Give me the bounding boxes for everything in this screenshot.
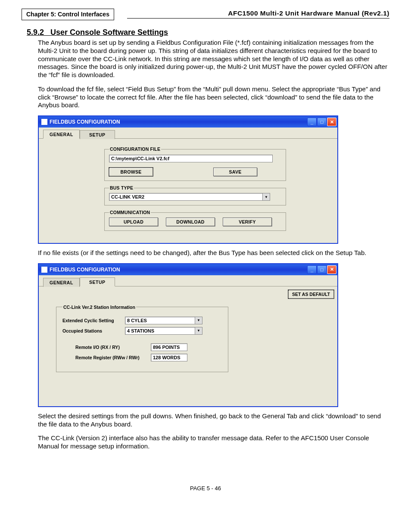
occupied-stations-label: Occupied Stations [62, 328, 125, 333]
chevron-down-icon[interactable]: ▼ [263, 193, 270, 201]
fieldbus-window-setup: FIELDBUS CONFIGURATION _ □ ✕ GENERAL SET… [38, 263, 338, 407]
chevron-down-icon[interactable]: ▼ [195, 317, 202, 324]
fieldbus-window-general: FIELDBUS CONFIGURATION _ □ ✕ GENERAL SET… [38, 115, 338, 244]
remote-io-label: Remote I/O (RX / RY) [62, 345, 151, 350]
browse-button[interactable]: BROWSE [109, 168, 153, 176]
maximize-button[interactable]: □ [317, 265, 327, 274]
section-title: User Console Software Settings [50, 28, 168, 37]
bus-type-combo[interactable]: CC-LINK VER2 ▼ [109, 193, 270, 201]
maximize-button[interactable]: □ [317, 118, 327, 126]
close-button[interactable]: ✕ [327, 118, 336, 126]
window-title: FIELDBUS CONFIGURATION [50, 119, 120, 125]
titlebar: FIELDBUS CONFIGURATION _ □ ✕ [39, 116, 337, 128]
minimize-button[interactable]: _ [307, 265, 317, 274]
chevron-down-icon[interactable]: ▼ [195, 327, 202, 335]
manual-title: AFC1500 Multi-2 Unit Hardware Manual (Re… [127, 9, 389, 19]
app-icon [41, 119, 47, 125]
upload-button[interactable]: UPLOAD [109, 218, 158, 226]
config-file-group: CONFIGURATION FILE BROWSE SAVE [104, 146, 286, 181]
tab-setup[interactable]: SETUP [80, 277, 115, 286]
occupied-stations-combo[interactable]: 4 STATIONS ▼ [125, 327, 202, 335]
minimize-button[interactable]: _ [307, 118, 317, 126]
chapter-box: Chapter 5: Control Interfaces [22, 9, 114, 20]
bus-type-legend: BUS TYPE [109, 185, 134, 190]
set-as-default-button[interactable]: SET AS DEFAULT [288, 290, 334, 299]
paragraph-3: If no file exists (or if the settings ne… [38, 249, 389, 257]
remote-register-value: 128 WORDS [151, 354, 187, 361]
ext-cyclic-label: Extended Cyclic Setting [62, 318, 125, 323]
window-title: FIELDBUS CONFIGURATION [50, 267, 120, 273]
app-icon [41, 267, 47, 273]
titlebar: FIELDBUS CONFIGURATION _ □ ✕ [39, 264, 337, 275]
tab-setup[interactable]: SETUP [80, 130, 115, 139]
paragraph-2: To download the fcf file, select “Field … [38, 85, 389, 109]
section-heading: 5.9.2 User Console Software Settings [27, 28, 389, 37]
tab-general[interactable]: GENERAL [43, 130, 80, 139]
save-button[interactable]: SAVE [213, 168, 257, 176]
ext-cyclic-value: 8 CYLES [125, 317, 195, 324]
ext-cyclic-combo[interactable]: 8 CYLES ▼ [125, 317, 202, 324]
bus-type-value: CC-LINK VER2 [109, 193, 263, 201]
communication-legend: COMMUNICATION [109, 210, 151, 215]
paragraph-4: Select the desired settings from the pul… [38, 412, 389, 429]
verify-button[interactable]: VERIFY [223, 218, 272, 226]
tab-general[interactable]: GENERAL [43, 278, 80, 287]
remote-register-label: Remote Register (RWw / RWr) [62, 355, 151, 360]
communication-group: COMMUNICATION UPLOAD DOWNLOAD VERIFY [104, 210, 286, 231]
paragraph-1: The Anybus board is set up by sending a … [38, 39, 389, 79]
close-button[interactable]: ✕ [327, 265, 336, 274]
download-button[interactable]: DOWNLOAD [166, 218, 215, 226]
config-file-input[interactable] [109, 155, 273, 162]
paragraph-5: The CC-Link (Version 2) interface also h… [38, 434, 389, 451]
station-info-group: CC-Link Ver.2 Station Information Extend… [56, 305, 228, 372]
remote-io-value: 896 POINTS [151, 343, 187, 351]
bus-type-group: BUS TYPE CC-LINK VER2 ▼ [104, 185, 286, 205]
occupied-stations-value: 4 STATIONS [125, 327, 195, 335]
section-number: 5.9.2 [27, 28, 44, 37]
station-legend: CC-Link Ver.2 Station Information [62, 305, 136, 310]
page-footer: PAGE 5 - 46 [22, 485, 389, 492]
config-file-legend: CONFIGURATION FILE [109, 146, 161, 152]
